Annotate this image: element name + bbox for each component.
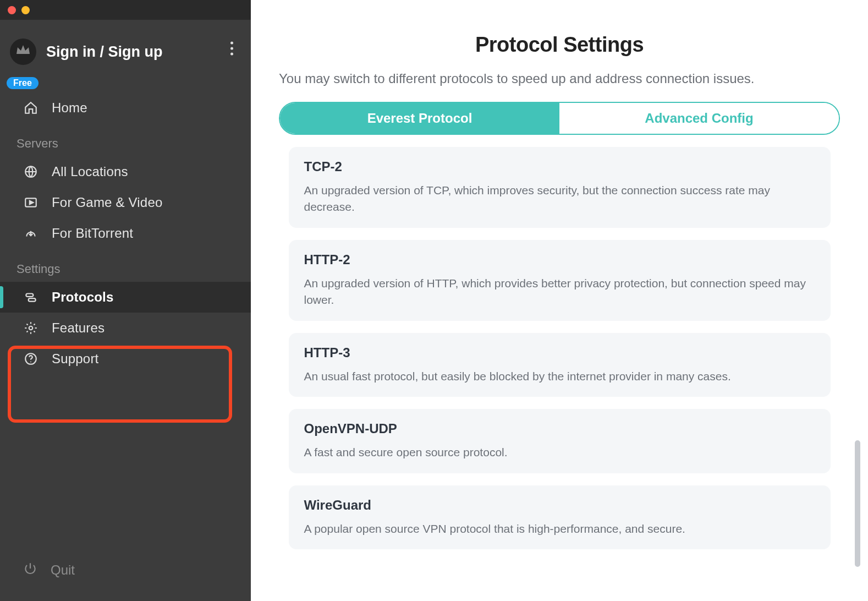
- power-icon: [23, 561, 37, 579]
- sidebar-item-all-locations[interactable]: All Locations: [0, 156, 251, 187]
- sidebar-item-label: Support: [52, 351, 98, 367]
- gear-icon: [23, 320, 39, 336]
- protocol-title: OpenVPN-UDP: [304, 421, 815, 436]
- svg-rect-3: [29, 298, 36, 301]
- protocol-title: WireGuard: [304, 498, 815, 513]
- protocol-title: TCP-2: [304, 159, 815, 174]
- sidebar-item-label: Quit: [51, 562, 75, 578]
- scrollbar-thumb[interactable]: [855, 440, 860, 567]
- protocol-card-tcp2[interactable]: TCP-2 An upgraded version of TCP, which …: [289, 147, 831, 228]
- svg-point-6: [30, 362, 31, 363]
- window-titlebar: [0, 0, 251, 20]
- globe-icon: [23, 164, 39, 179]
- protocol-card-openvpn-udp[interactable]: OpenVPN-UDP A fast and secure open sourc…: [289, 409, 831, 473]
- sidebar-item-label: For BitTorrent: [52, 226, 133, 241]
- protocol-title: HTTP-3: [304, 345, 815, 360]
- page-title: Protocol Settings: [475, 33, 644, 57]
- tab-everest-protocol[interactable]: Everest Protocol: [280, 103, 559, 134]
- avatar: [10, 39, 36, 65]
- sidebar-item-protocols[interactable]: Protocols: [0, 282, 251, 313]
- crown-icon: [14, 42, 32, 62]
- sidebar-item-label: All Locations: [52, 164, 128, 179]
- sidebar-item-label: Home: [52, 100, 87, 116]
- protocol-title: HTTP-2: [304, 252, 815, 267]
- main-panel: Protocol Settings You may switch to diff…: [251, 0, 868, 601]
- protocol-desc: An usual fast protocol, but easily be bl…: [304, 368, 815, 385]
- account-row[interactable]: Sign in / Sign up: [0, 20, 251, 77]
- protocol-list: TCP-2 An upgraded version of TCP, which …: [289, 147, 831, 571]
- signin-label: Sign in / Sign up: [46, 43, 162, 61]
- protocol-card-http3[interactable]: HTTP-3 An usual fast protocol, but easil…: [289, 333, 831, 397]
- sidebar: Sign in / Sign up Free Home Servers All …: [0, 0, 251, 601]
- protocol-desc: An upgraded version of TCP, which improv…: [304, 182, 815, 216]
- play-icon: [23, 195, 39, 210]
- sidebar-section-servers: Servers: [0, 123, 251, 156]
- sidebar-item-bittorrent[interactable]: For BitTorrent: [0, 218, 251, 249]
- sidebar-item-label: Features: [52, 320, 105, 336]
- sidebar-item-label: Protocols: [52, 289, 113, 305]
- plan-badge: Free: [7, 77, 39, 89]
- protocol-desc: An upgraded version of HTTP, which provi…: [304, 275, 815, 309]
- window-close-button[interactable]: [8, 6, 16, 14]
- protocol-card-http2[interactable]: HTTP-2 An upgraded version of HTTP, whic…: [289, 240, 831, 321]
- tab-advanced-config[interactable]: Advanced Config: [559, 103, 839, 134]
- nav: Home Servers All Locations For Game & Vi…: [0, 77, 251, 601]
- protocols-icon: [23, 289, 39, 305]
- sidebar-item-label: For Game & Video: [52, 195, 163, 210]
- svg-rect-2: [26, 294, 33, 297]
- more-menu-button[interactable]: [230, 42, 233, 56]
- home-icon: [23, 100, 39, 116]
- page-subtitle: You may switch to different protocols to…: [279, 71, 840, 86]
- protocol-desc: A fast and secure open source protocol.: [304, 444, 815, 461]
- help-icon: [23, 351, 39, 367]
- svg-point-4: [29, 326, 33, 330]
- sidebar-item-features[interactable]: Features: [0, 313, 251, 343]
- tab-bar: Everest Protocol Advanced Config: [279, 102, 840, 135]
- protocol-desc: A popular open source VPN protocol that …: [304, 521, 815, 537]
- protocol-card-wireguard[interactable]: WireGuard A popular open source VPN prot…: [289, 485, 831, 549]
- window-minimize-button[interactable]: [21, 6, 30, 14]
- sidebar-item-home[interactable]: Home: [0, 92, 251, 123]
- sidebar-item-support[interactable]: Support: [0, 343, 251, 374]
- download-icon: [23, 226, 39, 241]
- sidebar-section-settings: Settings: [0, 249, 251, 282]
- sidebar-item-game-video[interactable]: For Game & Video: [0, 187, 251, 218]
- sidebar-item-quit[interactable]: Quit: [0, 545, 251, 601]
